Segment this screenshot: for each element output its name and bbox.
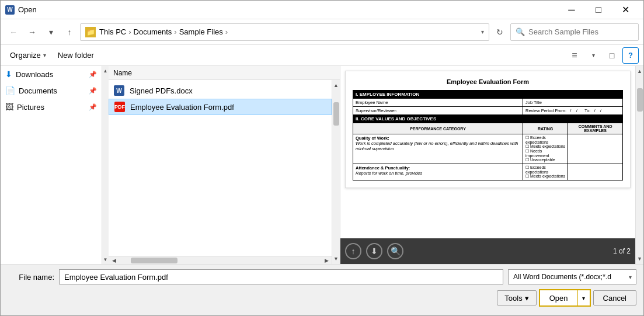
crumb-thispc: This PC [99,27,126,36]
scroll-left-button[interactable]: ◀ [109,256,119,265]
forward-button[interactable]: → [24,24,40,40]
new-folder-button[interactable]: New folder [53,47,99,64]
col-header-comments: Comments and Examples [568,123,623,134]
review-period-label: Review Period From: / / To: / / [523,107,623,115]
view-dropdown-button[interactable]: ▾ [585,47,601,64]
scroll-up-button[interactable]: ▲ [332,80,340,91]
preview-toolbar: ↑ ⬇ 🔍 1 of 2 [340,238,635,264]
view-toggle-button[interactable]: ≡ [566,47,583,64]
preview-scroll-up[interactable]: ▲ [636,66,644,77]
nav-scrollbar[interactable]: ▲ ▼ [102,66,109,264]
pin-icon-pics: 📌 [89,103,97,111]
attendance-comments [568,164,623,180]
search-input[interactable] [528,27,633,36]
close-button[interactable]: ✕ [612,1,639,19]
scroll-track [332,91,340,254]
open-button[interactable]: Open [540,290,578,305]
open-dialog: W Open ─ □ ✕ ← → ▾ ↑ 📁 This PC › Documen… [0,0,644,316]
file-list-area: W Signed PDFs.docx PDF Employee Evaluati… [109,80,332,264]
crumb-samplefiles: Sample Files [179,27,223,36]
section-header-employee-info: I. EMPLOYEE INFORMATION [353,91,623,99]
filename-label: File name: [8,273,54,282]
minimize-button[interactable]: ─ [558,1,585,19]
search-box[interactable]: 🔍 [510,23,639,41]
vertical-scrollbar[interactable]: ▲ ▼ [332,80,340,264]
sidebar-item-downloads[interactable]: ⬇ Downloads 📌 [1,66,102,82]
window-title: Open [18,5,558,14]
maximize-button[interactable]: □ [585,1,612,19]
col-header-rating: Rating [523,123,568,134]
col-header-category: Performance Category [353,123,523,134]
preview-download-button[interactable]: ⬇ [366,243,382,259]
titlebar: W Open ─ □ ✕ [1,1,643,19]
preview-with-scroll: Employee Evaluation Form I. EMPLOYEE INF… [340,66,643,264]
open-dropdown-button[interactable]: ▾ [578,290,590,305]
file-list-with-scroll: W Signed PDFs.docx PDF Employee Evaluati… [109,80,340,264]
preview-inner: Employee Evaluation Form I. EMPLOYEE INF… [340,66,635,264]
sidebar-item-documents[interactable]: 📄 Documents 📌 [1,82,102,99]
bottom-bar: File name: All Word Documents (*.docx;*.… [1,264,643,315]
pdf-file-icon: PDF [114,101,126,113]
h-scroll-track [119,256,321,265]
up-button[interactable]: ↑ [61,24,78,40]
preview-pane-button[interactable]: □ [604,47,620,64]
buttons-row: Tools ▾ Open ▾ Cancel [8,289,636,307]
address-dropdown-icon: ▾ [481,29,484,35]
filetype-select-wrapper: All Word Documents (*.docx;*.d ▾ [508,269,636,284]
sidebar-item-pictures[interactable]: 🖼 Pictures 📌 [1,99,102,115]
job-title-label: Job Title [523,99,623,107]
filename-row: File name: All Word Documents (*.docx;*.… [8,269,636,284]
main-content: ⬇ Downloads 📌 📄 Documents 📌 🖼 Pictures 📌… [1,66,643,264]
pin-icon-docs: 📌 [89,87,97,95]
attendance-category: Attendance & Punctuality:Reports for wor… [353,164,523,180]
pictures-icon: 🖼 [5,102,13,112]
preview-search-button[interactable]: 🔍 [387,243,403,259]
titlebar-controls: ─ □ ✕ [558,1,639,19]
dropdown-button[interactable]: ▾ [43,24,59,40]
filetype-select[interactable]: All Word Documents (*.docx;*.d [508,269,636,284]
preview-prev-button[interactable]: ↑ [345,243,361,259]
filename-input[interactable] [59,269,503,284]
section-header-core-values: II. CORE VALUES AND OBJECTIVES [353,115,623,123]
file-item-eval-form[interactable]: PDF Employee Evaluation Form.pdf [109,99,332,115]
supervisor-label: Supervisor/Reviewer: [353,107,523,115]
nav-pane-inner: ⬇ Downloads 📌 📄 Documents 📌 🖼 Pictures 📌 [1,66,102,264]
word-app-icon: W [5,5,15,15]
horizontal-scrollbar[interactable]: ◀ ▶ [109,256,332,264]
refresh-button[interactable]: ↻ [492,24,508,40]
preview-scroll-thumb[interactable] [637,88,643,112]
scroll-down-button[interactable]: ▼ [332,254,340,264]
preview-vertical-scrollbar[interactable]: ▲ ▼ [635,66,643,264]
nav-scroll-up[interactable]: ▲ [102,66,109,75]
preview-document: Employee Evaluation Form I. EMPLOYEE INF… [345,71,631,188]
file-item-signed-pdfs[interactable]: W Signed PDFs.docx [109,82,332,99]
crumb-documents: Documents [134,27,172,36]
preview-page-info: 1 of 2 [613,247,631,255]
downloads-icon: ⬇ [5,70,12,79]
toolbar: Organize ▾ New folder ≡ ▾ □ ? [1,45,643,66]
preview-scroll-down[interactable]: ▼ [636,254,644,264]
cancel-button[interactable]: Cancel [593,290,636,305]
scroll-thumb[interactable] [333,102,339,126]
search-icon: 🔍 [516,27,525,36]
back-button[interactable]: ← [5,24,22,40]
address-bar: ← → ▾ ↑ 📁 This PC › Documents › Sample F… [1,19,643,45]
address-box[interactable]: 📁 This PC › Documents › Sample Files › ▾ [80,23,489,41]
breadcrumb: This PC › Documents › Sample Files › [99,27,479,36]
preview-pane: Employee Evaluation Form I. EMPLOYEE INF… [340,66,643,264]
toolbar-right: ≡ ▾ □ ? [566,47,639,64]
employee-name-label: Employee Name [353,99,523,107]
documents-icon: 📄 [5,86,15,95]
organize-button[interactable]: Organize ▾ [5,47,51,64]
preview-scroll-track [636,77,644,254]
nav-scroll-down[interactable]: ▼ [102,255,109,264]
help-button[interactable]: ? [622,47,639,64]
word-file-icon: W [113,85,125,96]
tools-button[interactable]: Tools ▾ [497,290,536,305]
attendance-rating: ☐ Exceeds expectations☐ Meets expectatio… [523,164,568,180]
nav-scroll-track [102,75,109,255]
quality-work-category: Quality of Work:Work is completed accura… [353,134,523,164]
quality-work-comments [568,134,623,164]
h-scroll-thumb[interactable] [131,258,177,263]
scroll-right-button[interactable]: ▶ [321,256,332,265]
